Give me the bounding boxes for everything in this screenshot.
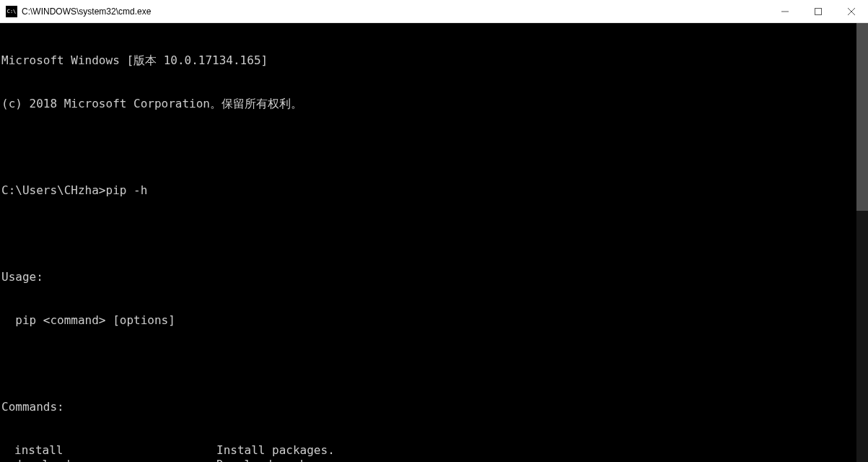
blank-line [1,140,868,154]
command-row: downloadDownload packages. [1,458,868,462]
usage-label: Usage: [1,270,868,284]
blank-line [1,357,868,371]
maximize-button[interactable] [802,0,835,22]
terminal-output[interactable]: Microsoft Windows [版本 10.0.17134.165] (c… [0,23,868,462]
svg-rect-1 [815,8,822,14]
entered-command: pip -h [106,183,148,197]
command-name: install [1,443,216,458]
header-line: Microsoft Windows [版本 10.0.17134.165] [1,53,868,68]
vertical-scrollbar[interactable] [856,23,868,462]
command-row: installInstall packages. [1,443,868,458]
close-icon [848,8,855,15]
maximize-icon [815,8,822,15]
command-desc: Download packages. [216,458,868,462]
scrollbar-thumb[interactable] [856,23,868,211]
commands-label: Commands: [1,400,868,414]
prompt: C:\Users\CHzha> [1,183,106,197]
prompt-line: C:\Users\CHzha>pip -h [1,183,868,198]
cmd-icon [6,6,17,17]
minimize-icon [781,8,789,15]
window-title: C:\WINDOWS\system32\cmd.exe [22,6,768,17]
command-desc: Install packages. [216,443,868,458]
blank-line [1,227,868,241]
minimize-button[interactable] [768,0,802,22]
window-controls [768,0,868,22]
header-line: (c) 2018 Microsoft Corporation。保留所有权利。 [1,97,868,111]
usage-line: pip <command> [options] [1,313,868,328]
close-button[interactable] [835,0,868,22]
window-titlebar: C:\WINDOWS\system32\cmd.exe [0,0,868,23]
command-name: download [1,458,216,462]
